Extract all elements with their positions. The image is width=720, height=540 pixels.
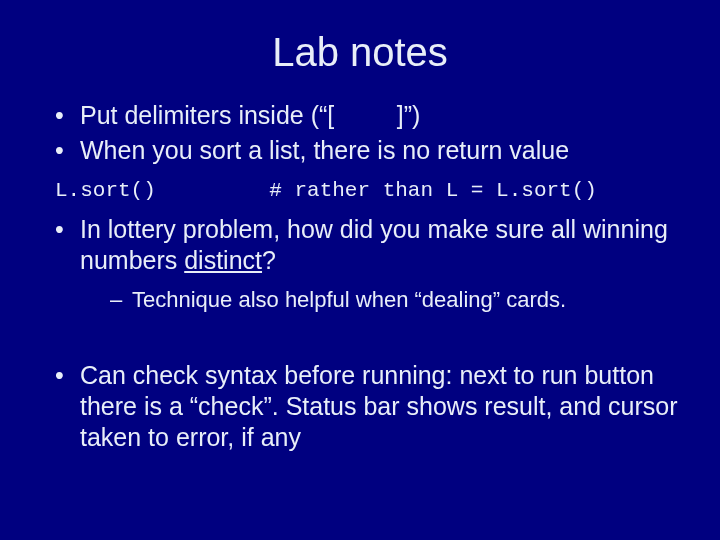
slide-title: Lab notes: [30, 30, 690, 75]
code-line: L.sort() # rather than L = L.sort(): [55, 179, 690, 202]
bullet-2: When you sort a list, there is no return…: [55, 135, 680, 166]
spacer: [30, 332, 690, 360]
bullet-3: In lottery problem, how did you make sur…: [55, 214, 680, 314]
bullet-list-3: Can check syntax before running: next to…: [30, 360, 690, 454]
bullet-list: Put delimiters inside (“[ ]”) When you s…: [30, 100, 690, 167]
sub-bullet-list: Technique also helpful when “dealing” ca…: [80, 286, 680, 314]
slide: Lab notes Put delimiters inside (“[ ]”) …: [0, 0, 720, 540]
bullet-4: Can check syntax before running: next to…: [55, 360, 680, 454]
bullet-3-underlined: distinct: [184, 246, 262, 274]
sub-bullet-1: Technique also helpful when “dealing” ca…: [110, 286, 680, 314]
bullet-1: Put delimiters inside (“[ ]”): [55, 100, 680, 131]
bullet-3-text-a: In lottery problem, how did you make sur…: [80, 215, 668, 274]
bullet-list-2: In lottery problem, how did you make sur…: [30, 214, 690, 314]
bullet-3-text-b: ?: [262, 246, 276, 274]
